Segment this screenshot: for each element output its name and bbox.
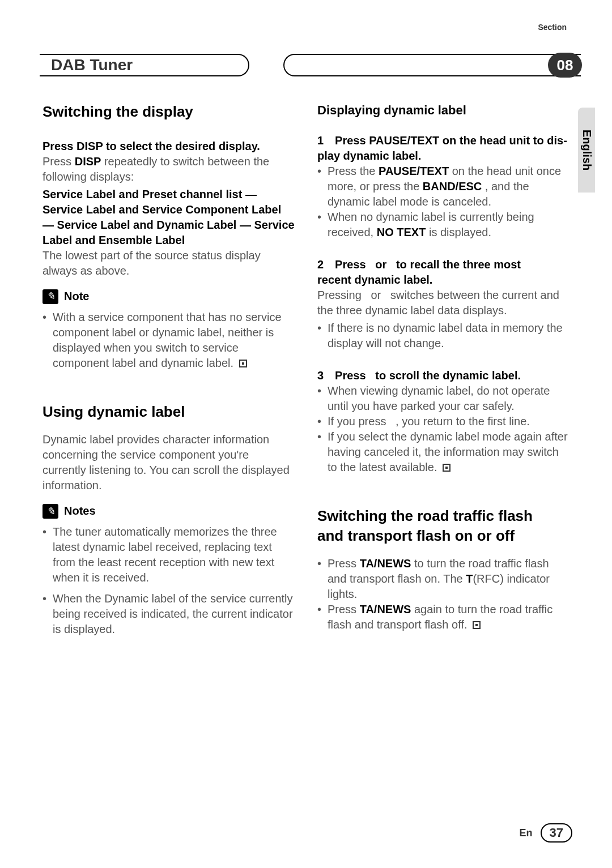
section-label: Section <box>538 23 567 32</box>
heading-traffic-b: and transport flash on or off <box>317 526 570 546</box>
bullet-icon: • <box>317 383 328 414</box>
notes-bullet-1: • The tuner automatically memorizes the … <box>42 524 295 585</box>
chapter-pill-left: DAB Tuner <box>40 54 249 76</box>
notes-2-body: When the Dynamic label of the service cu… <box>53 591 295 637</box>
right-column: Displaying dynamic label 1 Press PAUSE/T… <box>317 102 570 637</box>
note-label: Note <box>64 289 89 304</box>
bullet-icon: • <box>317 164 328 209</box>
step-3-b2-body: If you press , you return to the first l… <box>328 414 530 429</box>
end-mark-icon <box>443 464 450 472</box>
chapter-number-badge: 08 <box>548 53 582 78</box>
note-bullet: • With a service component that has no s… <box>42 310 295 371</box>
chapter-title: DAB Tuner <box>51 56 133 74</box>
display-sequence: Service Label and Preset channel list — … <box>42 187 295 248</box>
step-2-line-b: recent dynamic label. <box>317 272 570 288</box>
note-header: ✎ Note <box>42 289 295 304</box>
step-3-b1-body: When viewing dynamic label, do not opera… <box>328 383 570 414</box>
notes-label: Notes <box>64 503 96 519</box>
end-mark-icon <box>473 621 481 629</box>
notes-bullet-2: • When the Dynamic label of the service … <box>42 591 295 637</box>
step-1-line-b: play dynamic label. <box>317 148 570 164</box>
heading-switching-display: Switching the display <box>42 102 295 122</box>
content-area: Switching the display Press DISP to sele… <box>42 102 570 637</box>
left-column: Switching the display Press DISP to sele… <box>42 102 295 637</box>
note-body: With a service component that has no ser… <box>53 310 295 371</box>
disp-instruction-bold: Press DISP to select the desired display… <box>42 139 295 154</box>
language-tab-label: English <box>580 130 593 170</box>
lowest-part-note: The lowest part of the source status dis… <box>42 248 295 279</box>
page-header: Section DAB Tuner 08 <box>0 23 612 57</box>
bullet-icon: • <box>42 310 53 371</box>
step-3-bullet-2: • If you press , you return to the first… <box>317 414 570 429</box>
traffic-bullet-2: • Press TA/NEWS again to turn the road t… <box>317 602 570 632</box>
heading-displaying-dynamic: Displaying dynamic label <box>317 102 570 119</box>
heading-traffic-a: Switching the road traffic flash <box>317 506 570 526</box>
bullet-icon: • <box>317 602 328 632</box>
notes-header: ✎ Notes <box>42 503 295 519</box>
language-tab: English <box>578 108 595 193</box>
step-3-bullet-3: • If you select the dynamic label mode a… <box>317 429 570 475</box>
bullet-icon: • <box>42 591 53 637</box>
step-1-line-a: 1 Press PAUSE/TEXT on the head unit to d… <box>317 133 570 148</box>
notes-1-body: The tuner automatically memorizes the th… <box>53 524 295 585</box>
step-1-bullet-2: • When no dynamic label is currently bei… <box>317 209 570 240</box>
bullet-icon: • <box>317 414 328 429</box>
end-mark-icon <box>239 360 247 367</box>
page-number: 37 <box>550 826 563 840</box>
bullet-icon: • <box>317 209 328 240</box>
chapter-number: 08 <box>557 57 573 74</box>
bullet-icon: • <box>317 429 328 475</box>
step-2-bullet-1: • If there is no dynamic label data in m… <box>317 320 570 351</box>
step-1-bullet-1: • Press the PAUSE/TEXT on the head unit … <box>317 164 570 209</box>
bullet-icon: • <box>317 556 328 602</box>
page-footer: En 37 <box>520 823 573 843</box>
using-dynamic-body: Dynamic label provides character informa… <box>42 432 295 493</box>
footer-lang: En <box>520 827 533 839</box>
step-2-b1-body: If there is no dynamic label data in mem… <box>328 320 570 351</box>
pencil-icon: ✎ <box>42 289 58 304</box>
disp-instruction-body: Press DISP repeatedly to switch between … <box>42 154 295 185</box>
bullet-icon: • <box>317 320 328 351</box>
step-2-body: Pressing or switches between the current… <box>317 288 570 318</box>
pencil-icon: ✎ <box>42 504 58 519</box>
step-2-line-a: 2 Press or to recall the three most <box>317 257 570 272</box>
heading-using-dynamic: Using dynamic label <box>42 402 295 422</box>
step-3-line: 3 Press to scroll the dynamic label. <box>317 368 570 383</box>
traffic-bullet-1: • Press TA/NEWS to turn the road traffic… <box>317 556 570 602</box>
step-3-bullet-1: • When viewing dynamic label, do not ope… <box>317 383 570 414</box>
chapter-pill-right: 08 <box>283 54 581 76</box>
page-number-badge: 37 <box>541 823 572 843</box>
bullet-icon: • <box>42 524 53 585</box>
